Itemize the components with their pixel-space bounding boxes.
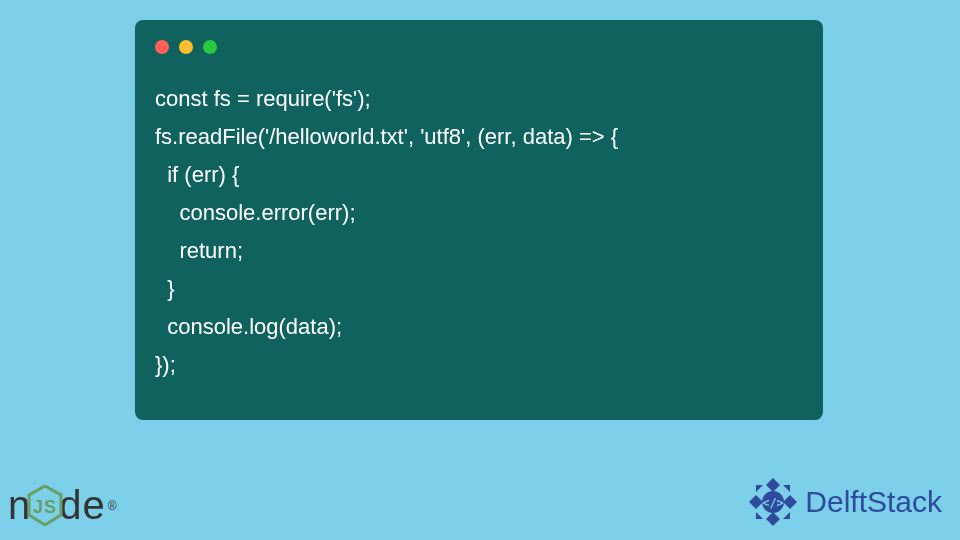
code-line: fs.readFile('/helloworld.txt', 'utf8', (…: [155, 124, 618, 149]
code-line: return;: [155, 238, 243, 263]
nodejs-logo: n JS de ®: [8, 483, 118, 528]
nodejs-hexagon-icon: JS: [27, 485, 63, 526]
svg-marker-2: [766, 478, 780, 492]
delftstack-logo: </> DelftStack: [747, 476, 942, 528]
code-line: });: [155, 352, 176, 377]
code-window: const fs = require('fs'); fs.readFile('/…: [135, 20, 823, 420]
svg-marker-5: [783, 495, 797, 509]
svg-marker-3: [766, 512, 780, 526]
svg-marker-7: [783, 485, 790, 492]
svg-marker-4: [749, 495, 763, 509]
code-line: console.log(data);: [155, 314, 342, 339]
close-dot: [155, 40, 169, 54]
svg-text:JS: JS: [33, 497, 57, 517]
code-block: const fs = require('fs'); fs.readFile('/…: [155, 80, 803, 384]
nodejs-text-de: de: [59, 483, 106, 528]
svg-marker-8: [756, 512, 763, 519]
minimize-dot: [179, 40, 193, 54]
window-controls: [155, 40, 217, 54]
svg-marker-6: [756, 485, 763, 492]
svg-text:</>: </>: [762, 496, 784, 510]
code-line: if (err) {: [155, 162, 239, 187]
maximize-dot: [203, 40, 217, 54]
footer-logos: n JS de ® </>: [0, 476, 960, 528]
delftstack-text: DelftStack: [805, 485, 942, 519]
delftstack-icon: </>: [747, 476, 799, 528]
svg-marker-9: [783, 512, 790, 519]
code-line: }: [155, 276, 175, 301]
nodejs-trademark: ®: [108, 499, 118, 513]
code-line: console.error(err);: [155, 200, 356, 225]
code-line: const fs = require('fs');: [155, 86, 371, 111]
